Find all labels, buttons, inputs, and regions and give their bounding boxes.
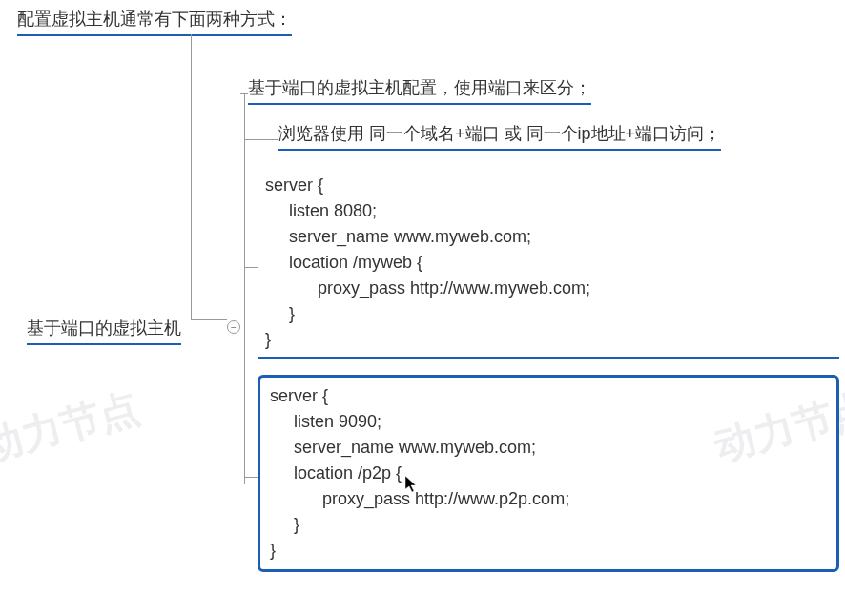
mindmap-container: 配置虚拟主机通常有下面两种方式： 基于端口的虚拟主机 − 基于端口的虚拟主机配置… [0, 0, 845, 19]
watermark-text: 动力节点 [0, 380, 145, 474]
connector-line [240, 93, 248, 94]
collapse-toggle[interactable]: − [227, 320, 240, 334]
leaf-node-code-server-8080[interactable]: server { listen 8080; server_name www.my… [258, 169, 839, 359]
connector-line [244, 139, 278, 140]
root-node[interactable]: 配置虚拟主机通常有下面两种方式： [17, 8, 292, 36]
branch-node-port-based[interactable]: 基于端口的虚拟主机 [27, 317, 181, 345]
connector-line [191, 34, 192, 320]
leaf-node-description-1[interactable]: 基于端口的虚拟主机配置，使用端口来区分； [248, 76, 591, 105]
connector-line [244, 93, 245, 484]
leaf-node-code-server-9090-selected[interactable]: server { listen 9090; server_name www.my… [258, 375, 839, 572]
leaf-node-description-2[interactable]: 浏览器使用 同一个域名+端口 或 同一个ip地址+端口访问； [278, 122, 721, 151]
connector-line [244, 267, 258, 268]
connector-line [244, 477, 258, 478]
connector-line [191, 319, 227, 320]
